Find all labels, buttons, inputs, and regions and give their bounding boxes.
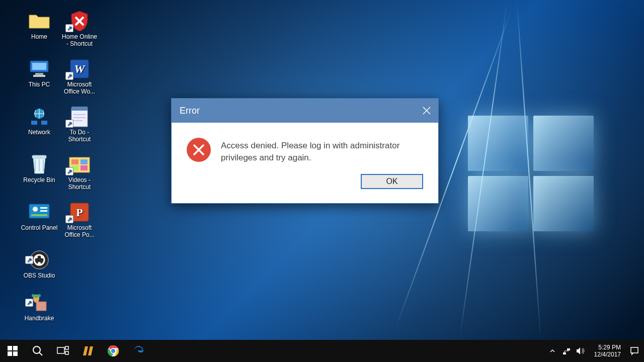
desktop-icon-network[interactable]: Network: [20, 106, 58, 136]
recycle-bin-icon: [27, 153, 51, 175]
task-view-icon: [57, 346, 69, 356]
svg-text:P: P: [76, 206, 83, 219]
svg-rect-46: [567, 348, 570, 350]
svg-rect-25: [71, 107, 88, 111]
desktop-icon-label: Microsoft Office Po...: [60, 224, 99, 238]
control-panel-icon: [27, 201, 51, 223]
windows-icon: [8, 346, 18, 356]
shortcut-overlay-icon: ↗: [65, 24, 73, 32]
desktop-icon-label: Home: [20, 33, 58, 40]
winamp-icon: [83, 345, 93, 356]
desktop-icon-label: Microsoft Office Wo...: [60, 81, 99, 95]
svg-point-20: [32, 294, 35, 297]
desktop-icon-label: Network: [20, 129, 58, 136]
desktop-icon-obs-studio[interactable]: ↗ OBS Studio: [20, 249, 58, 279]
taskbar-app-chrome[interactable]: [101, 340, 126, 362]
desktop-icon-recycle-bin[interactable]: Recycle Bin: [20, 153, 58, 184]
desktop-icon-handbrake[interactable]: ↗ Handbrake: [20, 292, 58, 322]
svg-point-21: [38, 294, 41, 297]
svg-rect-3: [33, 75, 45, 77]
desktop-icon-to-do[interactable]: ↗ To Do - Shortcut: [60, 106, 99, 143]
svg-point-17: [38, 262, 41, 265]
taskbar-app-winamp[interactable]: [75, 340, 101, 362]
svg-rect-38: [57, 347, 64, 353]
shortcut-overlay-icon: ↗: [65, 167, 73, 175]
edge-icon: [132, 345, 144, 357]
svg-rect-11: [40, 210, 47, 212]
shortcut-overlay-icon: ↗: [25, 256, 33, 264]
svg-point-16: [41, 255, 44, 258]
svg-rect-10: [40, 207, 47, 209]
svg-point-9: [33, 207, 38, 212]
taskbar-clock[interactable]: 5:29 PM 12/4/2017: [590, 344, 625, 358]
desktop-icon-ms-word[interactable]: W ↗ Microsoft Office Wo...: [60, 58, 99, 95]
desktop-icon-label: Videos - Shortcut: [60, 176, 99, 191]
dialog-close-button[interactable]: [415, 99, 438, 123]
svg-rect-30: [80, 165, 88, 170]
search-button[interactable]: [25, 340, 50, 362]
shortcut-overlay-icon: ↗: [25, 299, 33, 307]
clock-time: 5:29 PM: [594, 344, 621, 351]
clock-date: 12/4/2017: [594, 351, 621, 358]
error-icon: [187, 138, 211, 162]
dialog-message: Access denied. Please log in with admini…: [221, 138, 423, 164]
system-tray[interactable]: 5:29 PM 12/4/2017: [545, 340, 644, 362]
svg-rect-39: [65, 346, 68, 349]
svg-rect-2: [35, 73, 43, 75]
task-view-button[interactable]: [50, 340, 75, 362]
svg-rect-33: [8, 346, 12, 350]
desktop-icon-label: This PC: [20, 81, 58, 88]
dialog-title: Error: [180, 106, 200, 116]
svg-rect-47: [631, 347, 638, 353]
svg-text:W: W: [74, 62, 86, 75]
ok-button[interactable]: OK: [361, 174, 423, 189]
tray-chevron-up-icon[interactable]: [548, 346, 557, 355]
close-icon: [422, 106, 431, 115]
network-icon: [27, 106, 51, 128]
dialog-titlebar[interactable]: Error: [172, 99, 438, 123]
tray-notifications-icon[interactable]: [630, 346, 639, 355]
svg-rect-45: [563, 352, 566, 354]
desktop-icon-videos[interactable]: ↗ Videos - Shortcut: [60, 153, 99, 191]
svg-point-15: [35, 255, 38, 258]
error-dialog: Error Access denied. Please log in with …: [171, 98, 439, 204]
svg-rect-34: [13, 346, 18, 350]
desktop-icon-label: Control Panel: [20, 224, 58, 231]
desktop-icon-label: Recycle Bin: [20, 176, 58, 184]
shortcut-overlay-icon: ↗: [65, 120, 73, 128]
svg-rect-36: [13, 351, 18, 356]
svg-point-37: [33, 346, 40, 353]
svg-rect-5: [31, 121, 37, 125]
svg-rect-18: [36, 302, 46, 311]
desktop-icon-label: To Do - Shortcut: [60, 129, 99, 143]
desktop-icon-control-panel[interactable]: Control Panel: [20, 201, 58, 231]
desktop-icon-label: Home Online - Shortcut: [60, 33, 99, 47]
desktop-icon-ms-powerpoint[interactable]: P ↗ Microsoft Office Po...: [60, 201, 99, 238]
desktop-icon-label: Handbrake: [20, 315, 58, 322]
tray-volume-icon[interactable]: [576, 346, 585, 355]
start-button[interactable]: [0, 340, 25, 362]
svg-rect-6: [41, 121, 47, 125]
chrome-icon: [107, 345, 119, 357]
desktop-icon-label: OBS Studio: [20, 272, 58, 279]
svg-rect-1: [32, 63, 46, 70]
svg-rect-35: [8, 351, 12, 356]
svg-rect-12: [31, 214, 47, 216]
svg-rect-7: [32, 155, 46, 158]
shortcut-overlay-icon: ↗: [65, 72, 73, 80]
search-icon: [32, 345, 43, 356]
svg-rect-28: [80, 159, 88, 164]
svg-rect-40: [65, 351, 68, 354]
svg-rect-27: [71, 159, 78, 164]
desktop-icon-home[interactable]: Home: [20, 10, 58, 40]
desktop-icon-home-online[interactable]: ↗ Home Online - Shortcut: [60, 10, 99, 47]
taskbar: 5:29 PM 12/4/2017: [0, 340, 644, 362]
tray-network-icon[interactable]: [562, 346, 571, 355]
folder-icon: [27, 10, 51, 32]
desktop-icon-this-pc[interactable]: This PC: [20, 58, 58, 88]
computer-icon: [27, 58, 51, 80]
taskbar-app-edge[interactable]: [126, 340, 151, 362]
shortcut-overlay-icon: ↗: [65, 215, 73, 223]
